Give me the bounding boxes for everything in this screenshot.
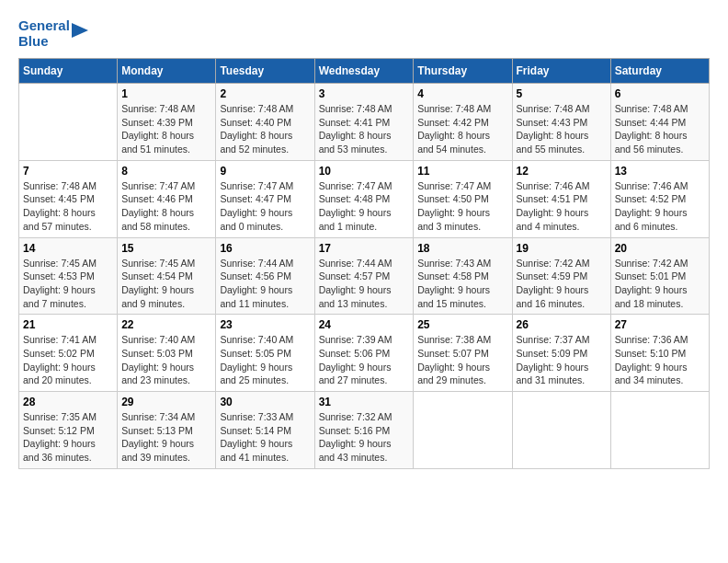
calendar-cell: 21Sunrise: 7:41 AM Sunset: 5:02 PM Dayli… xyxy=(19,315,118,392)
calendar-cell: 18Sunrise: 7:43 AM Sunset: 4:58 PM Dayli… xyxy=(414,237,512,315)
day-info: Sunrise: 7:48 AM Sunset: 4:41 PM Dayligh… xyxy=(319,102,410,156)
calendar-cell: 20Sunrise: 7:42 AM Sunset: 5:01 PM Dayli… xyxy=(610,237,709,315)
calendar-cell: 31Sunrise: 7:32 AM Sunset: 5:16 PM Dayli… xyxy=(314,392,414,469)
day-number: 27 xyxy=(615,318,705,331)
day-info: Sunrise: 7:39 AM Sunset: 5:06 PM Dayligh… xyxy=(319,333,410,387)
calendar-cell xyxy=(512,392,610,469)
day-info: Sunrise: 7:36 AM Sunset: 5:10 PM Dayligh… xyxy=(615,333,705,387)
day-number: 18 xyxy=(417,242,507,255)
day-number: 28 xyxy=(23,396,113,408)
calendar-cell: 10Sunrise: 7:47 AM Sunset: 4:48 PM Dayli… xyxy=(314,160,414,237)
calendar-cell: 8Sunrise: 7:47 AM Sunset: 4:46 PM Daylig… xyxy=(118,160,216,237)
day-info: Sunrise: 7:48 AM Sunset: 4:43 PM Dayligh… xyxy=(517,102,607,156)
day-info: Sunrise: 7:47 AM Sunset: 4:46 PM Dayligh… xyxy=(121,179,211,234)
day-number: 6 xyxy=(615,87,705,100)
day-info: Sunrise: 7:34 AM Sunset: 5:13 PM Dayligh… xyxy=(121,410,211,465)
day-info: Sunrise: 7:45 AM Sunset: 4:54 PM Dayligh… xyxy=(121,257,211,311)
day-number: 30 xyxy=(220,396,310,408)
day-number: 20 xyxy=(615,242,705,255)
day-number: 16 xyxy=(220,242,310,255)
calendar-cell: 24Sunrise: 7:39 AM Sunset: 5:06 PM Dayli… xyxy=(314,315,414,392)
day-info: Sunrise: 7:38 AM Sunset: 5:07 PM Dayligh… xyxy=(417,333,507,387)
logo-text: General Blue xyxy=(18,18,88,49)
calendar-cell: 23Sunrise: 7:40 AM Sunset: 5:05 PM Dayli… xyxy=(216,315,314,392)
day-number: 3 xyxy=(319,87,410,100)
col-header-sunday: Sunday xyxy=(19,59,118,84)
day-info: Sunrise: 7:44 AM Sunset: 4:57 PM Dayligh… xyxy=(319,257,410,311)
day-number: 12 xyxy=(517,165,607,178)
day-info: Sunrise: 7:42 AM Sunset: 5:01 PM Dayligh… xyxy=(615,257,705,311)
day-info: Sunrise: 7:48 AM Sunset: 4:44 PM Dayligh… xyxy=(615,102,705,156)
day-number: 8 xyxy=(121,165,211,178)
calendar-cell: 25Sunrise: 7:38 AM Sunset: 5:07 PM Dayli… xyxy=(414,315,512,392)
day-number: 21 xyxy=(23,318,113,331)
day-number: 31 xyxy=(319,396,410,408)
calendar-cell: 3Sunrise: 7:48 AM Sunset: 4:41 PM Daylig… xyxy=(314,84,414,161)
day-number: 29 xyxy=(121,396,211,408)
day-number: 19 xyxy=(517,242,607,255)
calendar-cell: 2Sunrise: 7:48 AM Sunset: 4:40 PM Daylig… xyxy=(216,84,314,161)
calendar-cell: 17Sunrise: 7:44 AM Sunset: 4:57 PM Dayli… xyxy=(314,237,414,315)
day-info: Sunrise: 7:46 AM Sunset: 4:51 PM Dayligh… xyxy=(517,179,607,234)
col-header-thursday: Thursday xyxy=(414,59,512,84)
day-number: 13 xyxy=(615,165,705,178)
day-number: 2 xyxy=(220,87,310,100)
day-info: Sunrise: 7:37 AM Sunset: 5:09 PM Dayligh… xyxy=(517,333,607,387)
calendar-cell: 30Sunrise: 7:33 AM Sunset: 5:14 PM Dayli… xyxy=(216,392,314,469)
day-info: Sunrise: 7:46 AM Sunset: 4:52 PM Dayligh… xyxy=(615,179,705,234)
day-number: 4 xyxy=(417,87,507,100)
page-header: General Blue xyxy=(18,18,710,49)
day-number: 17 xyxy=(319,242,410,255)
calendar-cell: 15Sunrise: 7:45 AM Sunset: 4:54 PM Dayli… xyxy=(118,237,216,315)
day-number: 14 xyxy=(23,242,113,255)
day-info: Sunrise: 7:33 AM Sunset: 5:14 PM Dayligh… xyxy=(220,410,310,465)
calendar-cell: 29Sunrise: 7:34 AM Sunset: 5:13 PM Dayli… xyxy=(118,392,216,469)
calendar-cell xyxy=(19,84,118,161)
day-info: Sunrise: 7:40 AM Sunset: 5:03 PM Dayligh… xyxy=(121,333,211,387)
calendar-cell: 1Sunrise: 7:48 AM Sunset: 4:39 PM Daylig… xyxy=(118,84,216,161)
day-info: Sunrise: 7:43 AM Sunset: 4:58 PM Dayligh… xyxy=(417,257,507,311)
day-info: Sunrise: 7:35 AM Sunset: 5:12 PM Dayligh… xyxy=(23,410,113,465)
col-header-monday: Monday xyxy=(118,59,216,84)
day-number: 1 xyxy=(121,87,211,100)
col-header-tuesday: Tuesday xyxy=(216,59,314,84)
calendar-cell: 11Sunrise: 7:47 AM Sunset: 4:50 PM Dayli… xyxy=(414,160,512,237)
day-info: Sunrise: 7:47 AM Sunset: 4:47 PM Dayligh… xyxy=(220,179,310,234)
day-info: Sunrise: 7:48 AM Sunset: 4:40 PM Dayligh… xyxy=(220,102,310,156)
day-info: Sunrise: 7:42 AM Sunset: 4:59 PM Dayligh… xyxy=(517,257,607,311)
logo-blue: Blue xyxy=(18,34,49,50)
calendar-cell: 13Sunrise: 7:46 AM Sunset: 4:52 PM Dayli… xyxy=(610,160,709,237)
day-info: Sunrise: 7:48 AM Sunset: 4:45 PM Dayligh… xyxy=(23,179,113,234)
calendar-cell: 28Sunrise: 7:35 AM Sunset: 5:12 PM Dayli… xyxy=(19,392,118,469)
calendar-cell: 22Sunrise: 7:40 AM Sunset: 5:03 PM Dayli… xyxy=(118,315,216,392)
day-number: 11 xyxy=(417,165,507,178)
day-info: Sunrise: 7:45 AM Sunset: 4:53 PM Dayligh… xyxy=(23,257,113,311)
day-info: Sunrise: 7:32 AM Sunset: 5:16 PM Dayligh… xyxy=(319,410,410,465)
calendar-cell: 4Sunrise: 7:48 AM Sunset: 4:42 PM Daylig… xyxy=(414,84,512,161)
calendar-week-5: 28Sunrise: 7:35 AM Sunset: 5:12 PM Dayli… xyxy=(19,392,710,469)
calendar-cell: 16Sunrise: 7:44 AM Sunset: 4:56 PM Dayli… xyxy=(216,237,314,315)
day-info: Sunrise: 7:44 AM Sunset: 4:56 PM Dayligh… xyxy=(220,257,310,311)
calendar-cell: 9Sunrise: 7:47 AM Sunset: 4:47 PM Daylig… xyxy=(216,160,314,237)
day-info: Sunrise: 7:47 AM Sunset: 4:48 PM Dayligh… xyxy=(319,179,410,234)
calendar-week-4: 21Sunrise: 7:41 AM Sunset: 5:02 PM Dayli… xyxy=(19,315,710,392)
calendar-cell: 12Sunrise: 7:46 AM Sunset: 4:51 PM Dayli… xyxy=(512,160,610,237)
day-number: 15 xyxy=(121,242,211,255)
day-number: 24 xyxy=(319,318,410,331)
logo-general: General xyxy=(18,18,70,34)
day-info: Sunrise: 7:40 AM Sunset: 5:05 PM Dayligh… xyxy=(220,333,310,387)
calendar-week-1: 1Sunrise: 7:48 AM Sunset: 4:39 PM Daylig… xyxy=(19,84,710,161)
calendar-cell: 5Sunrise: 7:48 AM Sunset: 4:43 PM Daylig… xyxy=(512,84,610,161)
day-number: 7 xyxy=(23,165,113,178)
calendar-cell xyxy=(414,392,512,469)
calendar-cell: 14Sunrise: 7:45 AM Sunset: 4:53 PM Dayli… xyxy=(19,237,118,315)
logo-bird-icon xyxy=(72,23,88,45)
svg-marker-0 xyxy=(72,23,88,38)
day-number: 26 xyxy=(517,318,607,331)
logo: General Blue xyxy=(18,18,88,49)
calendar-cell: 7Sunrise: 7:48 AM Sunset: 4:45 PM Daylig… xyxy=(19,160,118,237)
calendar-cell: 27Sunrise: 7:36 AM Sunset: 5:10 PM Dayli… xyxy=(610,315,709,392)
col-header-saturday: Saturday xyxy=(610,59,709,84)
calendar-week-3: 14Sunrise: 7:45 AM Sunset: 4:53 PM Dayli… xyxy=(19,237,710,315)
day-number: 23 xyxy=(220,318,310,331)
